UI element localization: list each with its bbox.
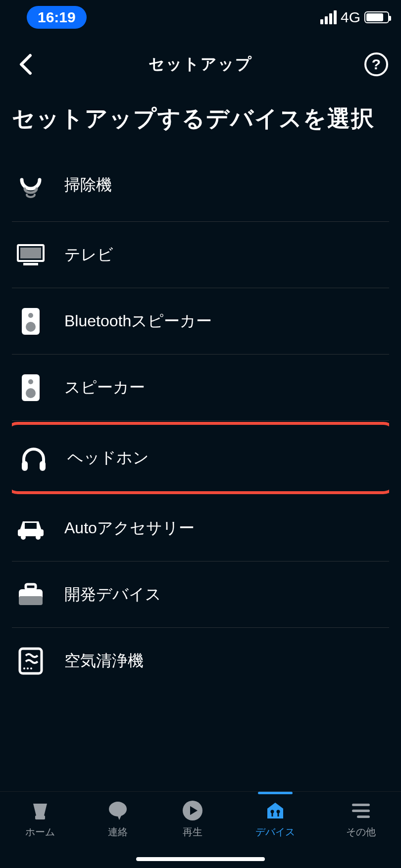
svg-point-4 [28,313,33,318]
headphones-icon [19,443,49,473]
svg-point-5 [26,322,36,332]
tab-devices[interactable]: デバイス [255,799,295,839]
svg-rect-9 [22,461,28,471]
device-item-vacuum[interactable]: 掃除機 [12,172,389,222]
device-item-dev[interactable]: 開発デバイス [12,562,389,628]
device-item-headphones[interactable]: ヘッドホン [12,425,389,491]
svg-rect-10 [40,461,46,471]
svg-point-7 [28,379,33,384]
question-icon: ? [372,56,381,73]
device-item-speaker[interactable]: スピーカー [12,355,389,421]
air-purifier-icon [16,646,46,676]
svg-rect-11 [18,529,44,536]
tab-bar: ホーム 連絡 再生 デバイス その他 [0,791,401,868]
svg-point-8 [26,388,36,398]
status-right: 4G [320,9,389,26]
play-icon [181,799,204,822]
svg-rect-2 [23,263,38,265]
device-label: 空気清浄機 [64,650,144,672]
chevron-left-icon [18,53,32,75]
svg-point-12 [21,535,26,540]
help-button[interactable]: ? [364,52,388,76]
tab-label: ホーム [25,825,55,839]
vacuum-icon [16,174,46,204]
device-label: 掃除機 [64,174,112,196]
devices-icon [263,799,287,822]
svg-rect-27 [271,812,273,817]
svg-rect-29 [352,804,370,806]
svg-rect-31 [357,816,370,818]
svg-rect-17 [26,584,36,589]
svg-rect-28 [277,812,279,817]
home-icon [28,799,52,822]
device-label: Autoアクセサリー [64,517,195,539]
nav-title: セットアップ [149,53,252,75]
tab-contact[interactable]: 連絡 [106,799,130,839]
signal-icon [320,10,337,24]
svg-rect-22 [35,816,45,819]
highlighted-device: ヘッドホン [12,422,389,494]
menu-icon [349,799,373,822]
svg-point-13 [36,535,41,540]
tab-label: 再生 [183,825,202,839]
svg-rect-16 [19,596,43,605]
tv-icon [16,240,46,270]
page-title: セットアップするデバイスを選択 [12,99,389,138]
device-item-auto[interactable]: Autoアクセサリー [12,495,389,562]
bluetooth-speaker-icon [16,306,46,336]
home-indicator[interactable] [136,857,265,861]
battery-icon [364,11,389,23]
svg-rect-14 [25,523,37,529]
device-item-bt-speaker[interactable]: Bluetoothスピーカー [12,288,389,355]
device-label: テレビ [64,244,113,266]
network-label: 4G [341,9,360,26]
speaker-icon [16,373,46,403]
device-label: Bluetoothスピーカー [64,310,212,332]
tab-label: その他 [346,825,376,839]
device-list: 掃除機 テレビ Bluetoothスピーカー [12,172,389,791]
tab-label: デバイス [255,825,295,839]
svg-rect-30 [352,810,370,812]
tab-more[interactable]: その他 [346,799,376,839]
tab-play[interactable]: 再生 [181,799,204,839]
toolbox-icon [16,580,46,610]
svg-point-21 [30,667,32,669]
nav-header: セットアップ ? [0,45,401,84]
device-label: ヘッドホン [67,447,149,469]
status-time: 16:19 [27,6,87,29]
device-label: 開発デバイス [64,584,161,606]
car-icon [16,513,46,543]
device-label: スピーカー [64,377,145,399]
svg-point-20 [27,667,29,669]
chat-icon [106,799,130,822]
svg-point-23 [109,802,127,817]
status-bar: 16:19 4G [0,0,401,35]
svg-rect-1 [20,248,41,258]
tab-label: 連絡 [108,825,128,839]
back-button[interactable] [13,52,38,77]
svg-point-19 [23,667,25,669]
device-item-air-purifier[interactable]: 空気清浄機 [12,628,389,694]
device-item-tv[interactable]: テレビ [12,222,389,288]
tab-home[interactable]: ホーム [25,799,55,839]
